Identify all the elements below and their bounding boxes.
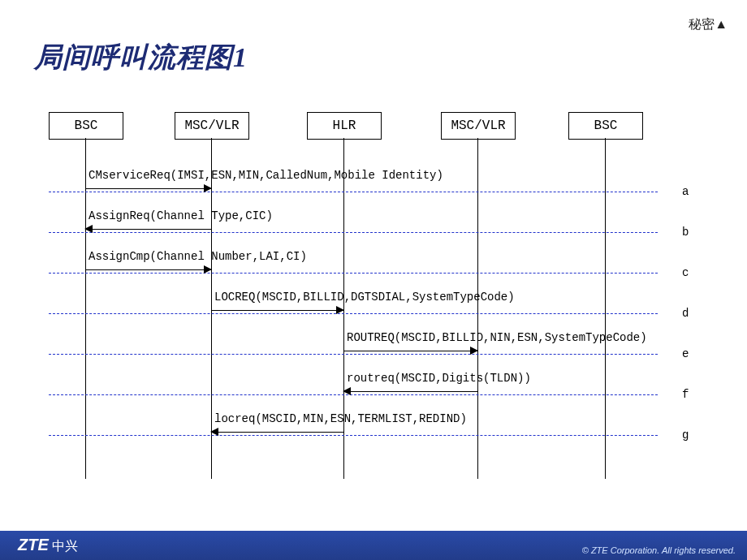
participant-label: HLR bbox=[333, 118, 356, 133]
guide-line-g bbox=[49, 435, 658, 436]
guide-label-b: b bbox=[682, 226, 689, 239]
guide-label-e: e bbox=[682, 347, 689, 360]
lifeline-mscvlr2 bbox=[477, 138, 478, 479]
message-label: locreq(MSCID,MIN,ESN,TERMLIST,REDIND) bbox=[214, 412, 343, 425]
participant-label: BSC bbox=[594, 118, 618, 133]
message-3: LOCREQ(MSCID,BILLID,DGTSDIAL,SystemTypeC… bbox=[211, 304, 343, 320]
arrow-left-icon bbox=[210, 428, 218, 436]
message-arrow-line bbox=[85, 229, 211, 230]
message-label: CMserviceReq(IMSI,ESN,MIN,CalledNum,Mobi… bbox=[89, 169, 211, 182]
message-label: AssignCmp(Channel Number,LAI,CI) bbox=[89, 250, 211, 263]
lifeline-bsc2 bbox=[605, 138, 606, 479]
message-5: routreq(MSCID,Digits(TLDN)) bbox=[343, 385, 477, 401]
guide-line-d bbox=[49, 313, 658, 314]
message-arrow-line bbox=[85, 188, 211, 189]
message-arrow-line bbox=[211, 432, 343, 433]
participant-label: BSC bbox=[75, 118, 98, 133]
brand-logo: ZTE 中兴 bbox=[18, 536, 78, 555]
arrow-left-icon bbox=[84, 225, 93, 233]
message-6: locreq(MSCID,MIN,ESN,TERMLIST,REDIND) bbox=[211, 425, 343, 442]
message-arrow-line bbox=[211, 310, 343, 311]
message-label: ROUTREQ(MSCID,BILLID,NIN,ESN,SystemTypeC… bbox=[347, 331, 477, 344]
participant-label: MSC/VLR bbox=[451, 118, 505, 133]
classification-label: 秘密▲ bbox=[689, 16, 728, 33]
message-arrow-line bbox=[343, 351, 477, 351]
participant-box-bsc1: BSC bbox=[49, 112, 123, 140]
guide-label-g: g bbox=[682, 429, 689, 442]
message-label: routreq(MSCID,Digits(TLDN)) bbox=[347, 372, 477, 385]
brand-text: ZTE bbox=[18, 536, 49, 554]
copyright-text: © ZTE Corporation. All rights reserved. bbox=[582, 545, 736, 555]
participant-label: MSC/VLR bbox=[184, 118, 239, 133]
arrow-right-icon bbox=[204, 184, 212, 192]
arrow-right-icon bbox=[336, 306, 344, 314]
message-label: AssignReq(Channel Type,CIC) bbox=[89, 209, 211, 222]
page-title: 局间呼叫流程图1 bbox=[34, 39, 248, 76]
sequence-diagram: BSCMSC/VLRHLRMSC/VLRBSCabcdefgCMserviceR… bbox=[0, 106, 747, 495]
participant-box-bsc2: BSC bbox=[568, 112, 643, 140]
message-4: ROUTREQ(MSCID,BILLID,NIN,ESN,SystemTypeC… bbox=[343, 344, 477, 360]
participant-box-mscvlr2: MSC/VLR bbox=[441, 112, 516, 140]
message-0: CMserviceReq(IMSI,ESN,MIN,CalledNum,Mobi… bbox=[85, 182, 211, 198]
participant-box-hlr: HLR bbox=[307, 112, 382, 140]
message-2: AssignCmp(Channel Number,LAI,CI) bbox=[85, 263, 211, 279]
guide-label-f: f bbox=[682, 388, 689, 401]
message-label: LOCREQ(MSCID,BILLID,DGTSDIAL,SystemTypeC… bbox=[214, 291, 343, 304]
message-arrow-line bbox=[343, 391, 477, 392]
arrow-right-icon bbox=[470, 347, 478, 355]
message-arrow-line bbox=[85, 269, 211, 270]
guide-label-c: c bbox=[682, 266, 689, 279]
message-1: AssignReq(Channel Type,CIC) bbox=[85, 222, 211, 239]
participant-box-mscvlr1: MSC/VLR bbox=[175, 112, 249, 140]
guide-label-a: a bbox=[682, 185, 689, 198]
arrow-left-icon bbox=[343, 387, 351, 395]
arrow-right-icon bbox=[204, 265, 212, 274]
brand-text-cn: 中兴 bbox=[52, 538, 78, 555]
guide-label-d: d bbox=[682, 307, 689, 320]
slide: 秘密▲ 局间呼叫流程图1 BSCMSC/VLRHLRMSC/VLRBSCabcd… bbox=[0, 0, 747, 560]
footer-bar: ZTE 中兴 © ZTE Corporation. All rights res… bbox=[0, 531, 747, 560]
